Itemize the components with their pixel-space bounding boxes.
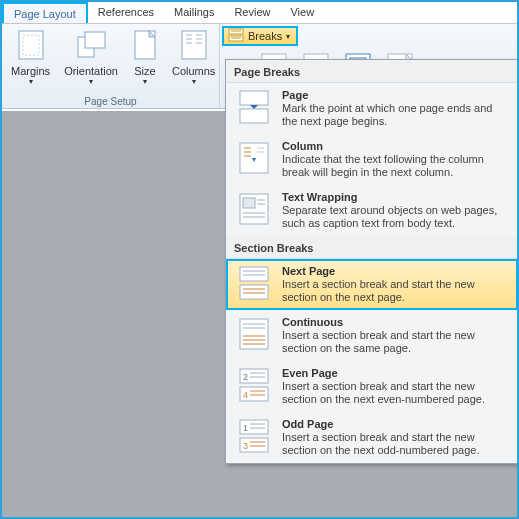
margins-button[interactable]: Margins ▾ [8, 27, 53, 88]
chevron-down-icon: ▾ [143, 77, 147, 86]
breaks-icon [228, 28, 244, 44]
continuous-icon [236, 316, 272, 355]
option-title: Page [282, 89, 508, 101]
option-title: Continuous [282, 316, 508, 328]
chevron-down-icon: ▾ [89, 77, 93, 86]
breaks-label: Breaks [248, 30, 282, 42]
svg-rect-42 [240, 285, 268, 299]
odd-page-icon: 13 [236, 418, 272, 457]
app-window: Page Layout References Mailings Review V… [0, 0, 519, 519]
next-page-icon [236, 265, 272, 304]
group-label-page-setup: Page Setup [8, 95, 213, 107]
section-header-section-breaks: Section Breaks [226, 236, 518, 259]
breaks-dropdown: Page Breaks Page Mark the point at which… [225, 59, 519, 464]
option-page[interactable]: Page Mark the point at which one page en… [226, 83, 518, 134]
option-continuous[interactable]: Continuous Insert a section break and st… [226, 310, 518, 361]
tab-view[interactable]: View [280, 2, 324, 23]
chevron-down-icon: ▾ [192, 77, 196, 86]
text-wrapping-icon [236, 191, 272, 230]
group-page-setup: Margins ▾ Orientation ▾ Size ▾ [2, 24, 220, 108]
column-break-icon [236, 140, 272, 179]
option-desc: Insert a section break and start the new… [282, 431, 508, 457]
orientation-label: Orientation [64, 65, 118, 77]
option-title: Odd Page [282, 418, 508, 430]
svg-rect-34 [243, 198, 255, 208]
margins-label: Margins [11, 65, 50, 77]
option-odd-page[interactable]: 13 Odd Page Insert a section break and s… [226, 412, 518, 463]
tab-references[interactable]: References [88, 2, 164, 23]
option-title: Column [282, 140, 508, 152]
tab-mailings[interactable]: Mailings [164, 2, 224, 23]
svg-rect-5 [182, 31, 206, 59]
tab-review[interactable]: Review [224, 2, 280, 23]
size-button[interactable]: Size ▾ [129, 27, 161, 88]
chevron-down-icon: ▾ [29, 77, 33, 86]
option-next-page[interactable]: Next Page Insert a section break and sta… [226, 259, 518, 310]
tab-page-layout[interactable]: Page Layout [2, 2, 88, 23]
columns-button[interactable]: Columns ▾ [169, 27, 218, 88]
option-desc: Indicate that the text following the col… [282, 153, 508, 179]
size-icon [132, 29, 158, 63]
svg-text:4: 4 [243, 390, 248, 400]
svg-text:1: 1 [243, 423, 248, 433]
option-title: Text Wrapping [282, 191, 508, 203]
columns-label: Columns [172, 65, 215, 77]
svg-marker-25 [250, 105, 258, 109]
margins-icon [16, 29, 46, 63]
option-desc: Insert a section break and start the new… [282, 380, 508, 406]
chevron-down-icon: ▾ [286, 32, 290, 41]
page-break-icon [236, 89, 272, 128]
option-desc: Separate text around objects on web page… [282, 204, 508, 230]
svg-rect-39 [240, 267, 268, 281]
option-even-page[interactable]: 24 Even Page Insert a section break and … [226, 361, 518, 412]
option-title: Next Page [282, 265, 508, 277]
svg-rect-24 [240, 109, 268, 123]
svg-rect-3 [85, 32, 105, 48]
option-text-wrapping[interactable]: Text Wrapping Separate text around objec… [226, 185, 518, 236]
option-desc: Insert a section break and start the new… [282, 329, 508, 355]
svg-text:3: 3 [243, 441, 248, 451]
orientation-button[interactable]: Orientation ▾ [61, 27, 121, 88]
orientation-icon [75, 29, 107, 63]
option-desc: Insert a section break and start the new… [282, 278, 508, 304]
section-header-page-breaks: Page Breaks [226, 60, 518, 83]
option-desc: Mark the point at which one page ends an… [282, 102, 508, 128]
breaks-button[interactable]: Breaks ▾ [222, 26, 298, 46]
size-label: Size [134, 65, 155, 77]
even-page-icon: 24 [236, 367, 272, 406]
columns-icon [180, 29, 208, 63]
ribbon-tabs: Page Layout References Mailings Review V… [2, 2, 517, 24]
svg-rect-23 [240, 91, 268, 105]
option-column[interactable]: Column Indicate that the text following … [226, 134, 518, 185]
option-title: Even Page [282, 367, 508, 379]
svg-text:2: 2 [243, 372, 248, 382]
